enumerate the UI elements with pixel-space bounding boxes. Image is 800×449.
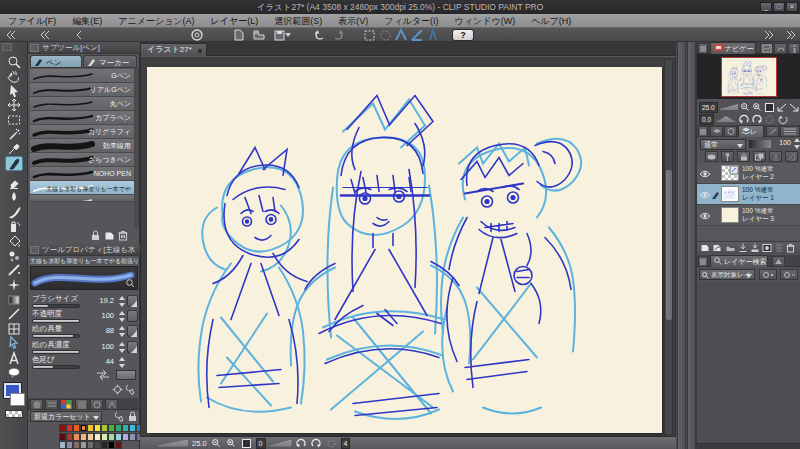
collapse-arrow-icon[interactable] bbox=[72, 29, 86, 41]
rotate-right-icon[interactable] bbox=[311, 438, 322, 448]
search-options-button[interactable] bbox=[780, 269, 798, 280]
close-button[interactable]: × bbox=[786, 2, 798, 12]
reselect-icon[interactable] bbox=[378, 29, 392, 41]
brush-item[interactable]: 主線も水彩も厚塗りも一本でや bbox=[30, 181, 134, 195]
color-history-tab[interactable] bbox=[105, 399, 118, 410]
snap-grid-icon[interactable] bbox=[426, 29, 440, 41]
new-folder-icon[interactable] bbox=[725, 243, 736, 253]
layer-thumbnail[interactable] bbox=[721, 186, 739, 202]
sparkle-tool[interactable] bbox=[5, 277, 23, 292]
collapse-left-icon[interactable] bbox=[4, 29, 18, 41]
brush-item[interactable]: 効果線用 bbox=[30, 139, 134, 153]
menu-item-9[interactable]: ヘルプ(H) bbox=[523, 14, 579, 28]
merge-down-icon[interactable] bbox=[750, 243, 760, 253]
nav-zoom-in-icon[interactable] bbox=[752, 102, 762, 112]
nav-fit-icon[interactable] bbox=[764, 102, 774, 112]
open-file-icon[interactable] bbox=[252, 29, 266, 41]
panel-menu-icon[interactable] bbox=[698, 126, 708, 137]
slider-stepper[interactable] bbox=[117, 326, 126, 337]
color-swatch[interactable] bbox=[80, 441, 87, 449]
menu-item-3[interactable]: アニメーション(A) bbox=[110, 14, 202, 28]
slider-stepper[interactable] bbox=[117, 357, 126, 368]
brush-item[interactable]: NOHO PEN bbox=[30, 167, 134, 181]
color-swatch[interactable] bbox=[122, 424, 129, 432]
color-swatch[interactable] bbox=[101, 433, 108, 441]
maximize-button[interactable]: □ bbox=[773, 2, 785, 12]
slider-stepper[interactable] bbox=[117, 296, 126, 307]
color-swatch[interactable] bbox=[108, 433, 115, 441]
onion-skin-icon[interactable] bbox=[721, 151, 734, 162]
item-bank-tab[interactable] bbox=[774, 43, 787, 54]
layer-visibility-icon[interactable] bbox=[699, 212, 711, 220]
expand-right-icon[interactable] bbox=[784, 29, 798, 41]
color-swatch[interactable] bbox=[80, 424, 87, 432]
fill-bucket-tool[interactable] bbox=[5, 234, 23, 249]
pen-tool[interactable] bbox=[5, 156, 23, 171]
color-swatch[interactable] bbox=[108, 424, 115, 432]
menu-item-8[interactable]: ウィンドウ(W) bbox=[447, 14, 524, 28]
slider-groove[interactable] bbox=[32, 304, 80, 308]
gear-icon[interactable] bbox=[112, 384, 123, 395]
vertical-scrollbar-thumb[interactable] bbox=[666, 170, 672, 320]
slider-stepper[interactable] bbox=[117, 342, 126, 353]
menu-item-2[interactable]: 編集(E) bbox=[64, 14, 110, 28]
snap-ruler-icon[interactable] bbox=[394, 29, 408, 41]
menu-item-6[interactable]: 表示(V) bbox=[330, 14, 376, 28]
lock-icon[interactable] bbox=[127, 411, 137, 422]
figure-tool[interactable] bbox=[5, 307, 23, 322]
object-tool[interactable] bbox=[5, 336, 23, 351]
brush-item[interactable]: リアルGペン bbox=[30, 83, 134, 97]
rotate-left-icon[interactable] bbox=[296, 438, 307, 448]
menu-item-4[interactable]: レイヤー(L) bbox=[203, 14, 267, 28]
subtool-panel-header[interactable]: サブツール[ペン] bbox=[28, 42, 140, 54]
layer-move-tool[interactable] bbox=[5, 98, 23, 113]
animation-tab[interactable] bbox=[724, 126, 737, 137]
information-tab[interactable] bbox=[788, 43, 800, 54]
color-swatch[interactable] bbox=[115, 441, 122, 449]
layer-panel-tab[interactable]: レ bbox=[738, 125, 764, 137]
brush-item[interactable]: 丸ペン bbox=[30, 97, 134, 111]
mask-icon[interactable] bbox=[705, 151, 718, 162]
timeline-tab[interactable] bbox=[780, 126, 800, 137]
color-swatch[interactable] bbox=[59, 441, 66, 449]
color-swatch[interactable] bbox=[87, 441, 94, 449]
slider-stepper[interactable] bbox=[117, 311, 126, 322]
color-swatch[interactable] bbox=[94, 441, 101, 449]
delete-layer-icon[interactable] bbox=[786, 243, 795, 253]
navigator-thumbnail[interactable] bbox=[721, 57, 777, 97]
swap-icon[interactable] bbox=[96, 370, 110, 380]
subtool-tab-1[interactable]: ペン bbox=[30, 55, 82, 68]
layer-visibility-icon[interactable] bbox=[699, 191, 711, 199]
eyedropper-tool[interactable] bbox=[5, 142, 23, 157]
nav-reset-view-icon[interactable] bbox=[777, 114, 788, 124]
text-tool[interactable] bbox=[5, 350, 23, 365]
gradient-tool[interactable] bbox=[5, 292, 23, 307]
brush-stroke-preview[interactable] bbox=[30, 266, 138, 290]
color-swatch[interactable] bbox=[129, 424, 136, 432]
collapse-right-icon[interactable] bbox=[762, 29, 776, 41]
color-swatch[interactable] bbox=[66, 424, 73, 432]
tool-property-panel-header[interactable]: ツールプロパティ[主線も水 bbox=[28, 244, 140, 256]
panel-divider[interactable] bbox=[687, 42, 696, 449]
balloon-tool[interactable] bbox=[5, 365, 23, 380]
layer-thumbnail[interactable] bbox=[721, 165, 739, 181]
flip-vertical-icon[interactable] bbox=[789, 102, 799, 112]
color-swatch[interactable] bbox=[73, 433, 80, 441]
nav-rotate-right-icon[interactable] bbox=[751, 114, 762, 124]
preview-toggle-button[interactable] bbox=[116, 370, 136, 380]
nav-zoom-out-icon[interactable] bbox=[740, 102, 750, 112]
color-swatch[interactable] bbox=[115, 433, 122, 441]
zoom-out-button[interactable] bbox=[211, 438, 222, 448]
blend-mode-dropdown[interactable]: 通常 bbox=[700, 139, 746, 150]
nav-rotate-left-icon[interactable] bbox=[738, 114, 749, 124]
color-swatch[interactable] bbox=[101, 441, 108, 449]
vertical-scrollbar[interactable] bbox=[664, 59, 673, 435]
hand-tool[interactable] bbox=[5, 69, 23, 84]
reference-layer-icon[interactable] bbox=[785, 151, 798, 162]
collapse-left-icon[interactable] bbox=[38, 29, 52, 41]
help-button[interactable]: ? bbox=[452, 29, 474, 41]
color-wheel-tab[interactable] bbox=[30, 399, 43, 410]
menu-item-5[interactable]: 選択範囲(S) bbox=[266, 14, 330, 28]
zoom-slider[interactable] bbox=[158, 440, 188, 447]
color-swatch[interactable] bbox=[94, 424, 101, 432]
